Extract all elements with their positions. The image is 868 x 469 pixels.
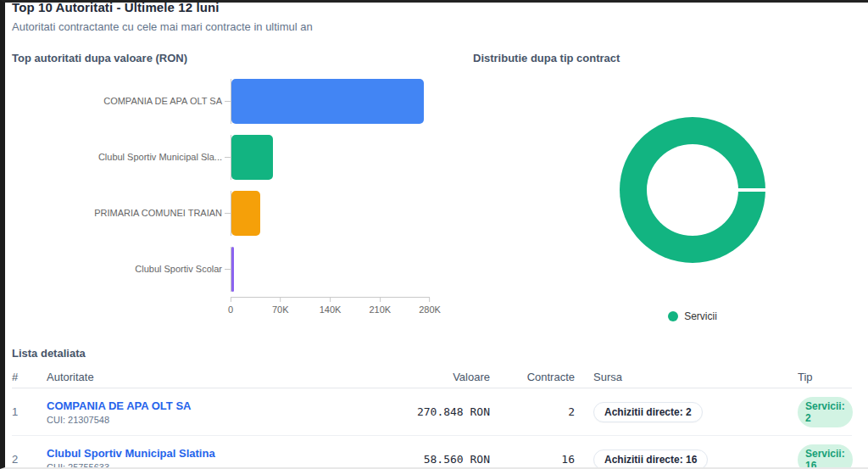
tick-label: 140K <box>320 304 342 315</box>
authority-cui: CUI: 25755633 <box>47 462 380 469</box>
dashboard-panel: Top 10 Autoritati - Ultimele 12 luni Aut… <box>0 0 868 469</box>
col-header-index: # <box>12 371 47 383</box>
contracts-cell: 16 <box>490 453 575 466</box>
table-row: 2Clubul Sportiv Municipal SlatinaCUI: 25… <box>12 436 852 469</box>
bar-track <box>231 247 431 292</box>
bar-track <box>231 79 431 124</box>
legend-dot <box>668 311 678 321</box>
legend-label: Servicii <box>684 310 717 322</box>
tick-label: 70K <box>272 304 289 315</box>
tick-mark <box>280 298 281 302</box>
value-cell: 58.560 RON <box>380 453 490 466</box>
bar-category-label: Clubul Sportiv Municipal Sla... <box>12 152 231 162</box>
col-header-contracts: Contracte <box>490 371 575 383</box>
bar-track <box>231 135 431 180</box>
table-row: 1COMPANIA DE APA OLT SACUI: 21307548270.… <box>12 388 852 436</box>
row-index: 2 <box>12 453 47 466</box>
tick-label: 210K <box>369 304 391 315</box>
source-cell: Achizitii directe: 2 <box>575 402 798 422</box>
bar-segment[interactable] <box>231 247 234 292</box>
bar-segment[interactable] <box>231 79 424 124</box>
source-cell: Achizitii directe: 16 <box>575 449 798 469</box>
authority-cui: CUI: 21307548 <box>47 415 380 425</box>
donut-chart <box>620 117 765 263</box>
bar-row: Clubul Sportiv Municipal Sla... <box>12 129 431 185</box>
type-badge: Servicii: 2 <box>798 397 853 427</box>
table-header-row: # Autoritate Valoare Contracte Sursa Tip <box>12 366 852 388</box>
tick-mark <box>330 298 331 302</box>
bar-track <box>231 191 431 236</box>
row-index: 1 <box>12 405 47 418</box>
tick-mark <box>231 298 231 302</box>
bar-category-label: Clubul Sportiv Scolar <box>12 264 231 274</box>
source-badge: Achizitii directe: 16 <box>593 449 708 469</box>
donut-legend-item[interactable]: Servicii <box>620 310 765 322</box>
detail-table: # Autoritate Valoare Contracte Sursa Tip… <box>12 366 852 469</box>
tick-mark <box>429 298 430 302</box>
tick-label: 0 <box>228 304 233 315</box>
bar-category-label: PRIMARIA COMUNEI TRAIAN <box>12 208 231 218</box>
x-axis-tick: 140K <box>320 298 342 315</box>
table-section-title: Lista detaliata <box>12 347 86 360</box>
tick-label: 280K <box>419 304 441 315</box>
authority-cell: COMPANIA DE APA OLT SACUI: 21307548 <box>47 399 380 425</box>
page-subtitle: Autoritati contractante cu cele mai mari… <box>12 20 313 33</box>
x-axis-tick: 280K <box>419 298 441 315</box>
col-header-authority: Autoritate <box>47 371 380 383</box>
col-header-source: Sursa <box>575 371 798 383</box>
authority-cell: Clubul Sportiv Municipal SlatinaCUI: 257… <box>47 447 380 469</box>
bar-chart: COMPANIA DE APA OLT SAClubul Sportiv Mun… <box>12 73 431 319</box>
page-title: Top 10 Autoritati - Ultimele 12 luni <box>12 0 219 14</box>
x-axis-tick: 70K <box>272 298 289 315</box>
source-badge: Achizitii directe: 2 <box>593 402 703 422</box>
bar-category-label: COMPANIA DE APA OLT SA <box>12 96 231 106</box>
x-axis-tick: 0 <box>228 298 233 315</box>
bar-chart-title: Top autoritati dupa valoare (RON) <box>12 52 187 64</box>
x-axis: 070K140K210K280K <box>231 297 430 319</box>
donut-slice-gap <box>735 188 767 192</box>
type-cell: Servicii: 16 <box>798 444 852 469</box>
bar-segment[interactable] <box>231 191 260 236</box>
authority-link[interactable]: Clubul Sportiv Municipal Slatina <box>47 447 380 460</box>
donut-chart-title: Distributie dupa tip contract <box>473 52 620 64</box>
type-badge: Servicii: 16 <box>798 444 853 469</box>
bar-row: PRIMARIA COMUNEI TRAIAN <box>12 185 431 241</box>
col-header-value: Valoare <box>380 371 490 383</box>
bar-segment[interactable] <box>231 135 273 180</box>
bar-row: Clubul Sportiv Scolar <box>12 241 431 297</box>
authority-link[interactable]: COMPANIA DE APA OLT SA <box>47 399 380 412</box>
value-cell: 270.848 RON <box>380 405 490 418</box>
x-axis-tick: 210K <box>369 298 391 315</box>
contracts-cell: 2 <box>490 405 575 418</box>
table-body: 1COMPANIA DE APA OLT SACUI: 21307548270.… <box>12 388 852 469</box>
type-cell: Servicii: 2 <box>798 397 852 427</box>
bar-rows: COMPANIA DE APA OLT SAClubul Sportiv Mun… <box>12 73 431 297</box>
tick-mark <box>380 298 381 302</box>
bar-row: COMPANIA DE APA OLT SA <box>12 73 431 129</box>
col-header-type: Tip <box>798 371 852 383</box>
